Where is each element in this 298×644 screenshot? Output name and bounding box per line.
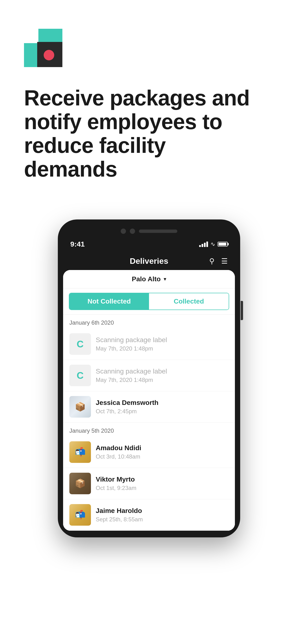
filter-icon[interactable]: ☰ — [221, 257, 228, 265]
list-item[interactable]: Jessica Demsworth Oct 7th, 2:45pm — [63, 391, 235, 422]
delivery-info: Scanning package label May 7th, 2020 1:4… — [96, 336, 229, 352]
delivery-name: Amadou Ndidi — [96, 444, 229, 452]
delivery-thumbnail — [69, 396, 91, 418]
delivery-date: Oct 7th, 2:45pm — [96, 408, 229, 415]
delivery-name: Scanning package label — [96, 368, 229, 375]
delivery-thumbnail — [69, 504, 91, 526]
delivery-name: Jessica Demsworth — [96, 399, 229, 406]
list-item[interactable]: Viktor Myrto Oct 1st, 9:23am — [63, 468, 235, 499]
tab-not-collected[interactable]: Not Collected — [69, 293, 149, 310]
status-icons: ∿ — [199, 241, 228, 248]
delivery-date: Oct 3rd, 10:48am — [96, 453, 229, 460]
nav-bar: Deliveries ⚲ ☰ — [63, 252, 235, 270]
delivery-thumbnail — [69, 473, 91, 494]
signal-icon — [199, 242, 208, 247]
wifi-icon: ∿ — [210, 241, 215, 248]
notch-pill — [139, 230, 177, 233]
delivery-list: January 6th 2020 C Scanning package labe… — [63, 314, 235, 531]
delivery-info: Scanning package label May 7th, 2020 1:4… — [96, 368, 229, 383]
phone-notch — [63, 226, 235, 238]
status-bar: 9:41 ∿ — [63, 238, 235, 252]
app-logo — [24, 29, 74, 72]
delivery-info: Jessica Demsworth Oct 7th, 2:45pm — [96, 399, 229, 415]
nav-title: Deliveries — [130, 256, 169, 266]
delivery-info: Amadou Ndidi Oct 3rd, 10:48am — [96, 444, 229, 460]
tab-toggle: Not Collected Collected — [69, 293, 229, 310]
phone-mockup-container: 9:41 ∿ Deliveries ⚲ — [0, 220, 298, 552]
camera-dot — [121, 228, 126, 234]
delivery-thumbnail — [69, 441, 91, 463]
delivery-date: May 7th, 2020 1:48pm — [96, 376, 229, 383]
delivery-thumbnail: C — [69, 333, 91, 355]
tab-toggle-container: Not Collected Collected — [63, 288, 235, 314]
date-header-jan6: January 6th 2020 — [63, 314, 235, 328]
phone-device: 9:41 ∿ Deliveries ⚲ — [58, 220, 240, 538]
list-item[interactable]: Amadou Ndidi Oct 3rd, 10:48am — [63, 436, 235, 468]
speaker-dot — [130, 228, 135, 234]
status-time: 9:41 — [70, 240, 85, 248]
date-header-jan5: January 5th 2020 — [63, 422, 235, 436]
delivery-name: Jaime Haroldo — [96, 507, 229, 514]
delivery-name: Scanning package label — [96, 336, 229, 344]
delivery-info: Viktor Myrto Oct 1st, 9:23am — [96, 476, 229, 492]
list-item[interactable]: Jaime Haroldo Sept 25th, 8:55am — [63, 499, 235, 531]
delivery-date: May 7th, 2020 1:48pm — [96, 345, 229, 352]
nav-action-icons: ⚲ ☰ — [209, 257, 228, 265]
tab-collected[interactable]: Collected — [149, 293, 229, 310]
delivery-name: Viktor Myrto — [96, 476, 229, 483]
location-selector[interactable]: Palo Alto ▾ — [63, 270, 235, 288]
delivery-date: Sept 25th, 8:55am — [96, 516, 229, 523]
list-item[interactable]: C Scanning package label May 7th, 2020 1… — [63, 328, 235, 360]
app-screen: Palo Alto ▾ Not Collected Collected Janu… — [63, 270, 235, 531]
side-button — [241, 301, 243, 320]
list-item[interactable]: C Scanning package label May 7th, 2020 1… — [63, 360, 235, 391]
hero-headline: Receive packages and notify employees to… — [24, 86, 264, 181]
delivery-date: Oct 1st, 9:23am — [96, 485, 229, 492]
top-section: Receive packages and notify employees to… — [0, 0, 298, 196]
location-name: Palo Alto — [132, 275, 161, 283]
delivery-thumbnail: C — [69, 365, 91, 386]
chevron-down-icon: ▾ — [164, 276, 166, 282]
delivery-info: Jaime Haroldo Sept 25th, 8:55am — [96, 507, 229, 523]
search-icon[interactable]: ⚲ — [209, 257, 215, 265]
battery-icon — [218, 242, 228, 246]
